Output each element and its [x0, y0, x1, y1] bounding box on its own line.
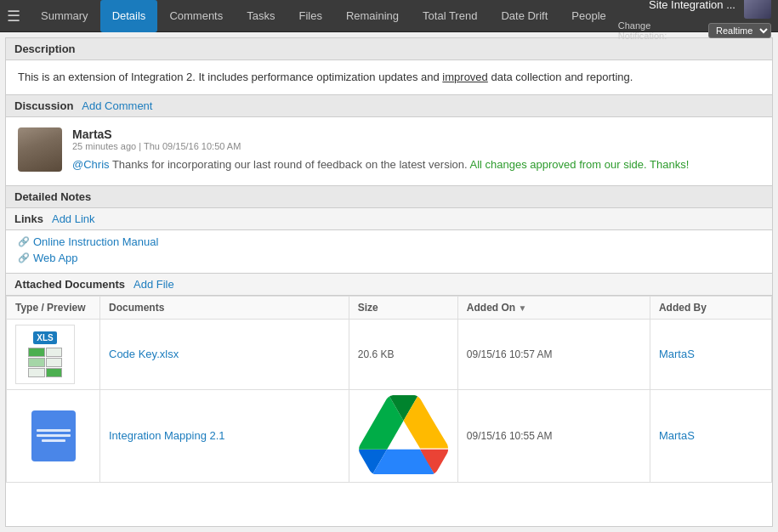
doc-size-1: 20.6 KB [349, 319, 457, 389]
gdoc-icon [31, 410, 76, 461]
attached-label: Attached Documents [14, 278, 125, 291]
approval-text: All changes approved from our side. Than… [470, 158, 690, 171]
top-nav: ☰ SummaryDetailsCommentsTasksFilesRemain… [0, 0, 778, 32]
nav-right: Site Integration ... [649, 0, 771, 19]
nav-tab-tasks[interactable]: Tasks [235, 0, 287, 32]
file-link-2[interactable]: Integration Mapping 2.1 [109, 429, 225, 442]
sort-arrow: ▼ [519, 303, 527, 313]
doc-filename-1[interactable]: Code Key.xlsx [100, 319, 349, 389]
nav-tabs: SummaryDetailsCommentsTasksFilesRemainin… [29, 0, 618, 32]
comment-avatar-face [18, 127, 62, 172]
nav-tab-date-drift[interactable]: Date Drift [489, 0, 559, 32]
hamburger-icon[interactable]: ☰ [7, 7, 20, 25]
attached-documents-header: Attached Documents Add File [6, 273, 772, 296]
gdoc-icon-container [15, 406, 91, 466]
doc-added-by-2[interactable]: MartaS [650, 389, 771, 483]
link-label-2[interactable]: Web App [33, 252, 78, 264]
link-icon-1: 🔗 [18, 236, 30, 247]
type-preview-xls: XLS [7, 319, 100, 389]
xls-badge: XLS [33, 331, 56, 344]
xls-cell [46, 348, 63, 357]
xls-grid [28, 348, 62, 377]
nav-tab-remaining[interactable]: Remaining [334, 0, 411, 32]
user-link-2[interactable]: MartaS [659, 429, 695, 442]
comment-text: @Chris Thanks for incorporating our last… [72, 158, 760, 171]
table-row: XLS Code Key.xlsx [7, 319, 772, 389]
gdrive-icon [358, 395, 449, 475]
file-link-1[interactable]: Code Key.xlsx [109, 348, 179, 360]
col-type: Type / Preview [7, 296, 100, 319]
mention: @Chris [72, 158, 110, 171]
type-preview-gdoc [7, 389, 100, 483]
user-link-1[interactable]: MartaS [659, 348, 695, 360]
comment-container: MartaS 25 minutes ago | Thu 09/15/16 10:… [6, 117, 772, 182]
link-label-1[interactable]: Online Instruction Manual [33, 235, 158, 248]
comment-author: MartaS [72, 127, 760, 141]
documents-table: Type / Preview Documents Size Added On ▼… [6, 296, 772, 484]
size-text-1: 20.6 KB [358, 348, 395, 360]
nav-tab-people[interactable]: People [559, 0, 617, 32]
col-size: Size [349, 296, 457, 319]
comment-meta: 25 minutes ago | Thu 09/15/16 10:50 AM [72, 141, 760, 151]
links-header: Links Add Link [6, 208, 772, 230]
link-icon-2: 🔗 [18, 252, 30, 263]
col-added-by: Added By [650, 296, 771, 319]
col-documents: Documents [100, 296, 349, 319]
add-comment-link[interactable]: Add Comment [82, 99, 152, 112]
links-label: Links [14, 212, 43, 225]
link-item-2[interactable]: 🔗 Web App [18, 252, 760, 264]
nav-tab-details[interactable]: Details [100, 0, 158, 32]
project-title: Site Integration ... [649, 0, 735, 11]
xls-cell [28, 358, 45, 367]
nav-tab-files[interactable]: Files [287, 0, 333, 32]
change-notification-select[interactable]: Realtime Daily Weekly None [708, 23, 771, 38]
date-text-1: 09/15/16 10:57 AM [467, 348, 553, 360]
description-content: This is an extension of Integration 2. I… [6, 60, 772, 94]
table-header-row: Type / Preview Documents Size Added On ▼… [7, 296, 772, 319]
doc-added-on-1: 09/15/16 10:57 AM [457, 319, 650, 389]
link-item-1[interactable]: 🔗 Online Instruction Manual [18, 235, 760, 248]
date-text-2: 09/15/16 10:55 AM [467, 430, 553, 442]
doc-filename-2[interactable]: Integration Mapping 2.1 [100, 389, 349, 483]
xls-cell [46, 358, 63, 367]
main-content: Description This is an extension of Inte… [5, 37, 773, 527]
col-added-on[interactable]: Added On ▼ [457, 296, 650, 319]
xls-icon: XLS [15, 325, 75, 384]
links-list: 🔗 Online Instruction Manual 🔗 Web App [6, 230, 772, 273]
comment-avatar [18, 127, 62, 172]
detailed-notes-header: Detailed Notes [6, 185, 772, 208]
description-header: Description [6, 38, 772, 60]
doc-line [37, 429, 71, 432]
xls-cell [28, 368, 45, 377]
doc-added-on-2: 09/15/16 10:55 AM [457, 389, 650, 483]
table-row: Integration Mapping 2.1 09/15/16 10:55 A… [7, 389, 772, 483]
add-link-link[interactable]: Add Link [52, 212, 95, 225]
nav-right-group: Site Integration ... Change Notification… [618, 0, 771, 41]
nav-tab-total-trend[interactable]: Total Trend [411, 0, 489, 32]
description-text: This is an extension of Integration 2. I… [18, 69, 760, 86]
doc-line [37, 434, 71, 437]
doc-added-by-1[interactable]: MartaS [650, 319, 771, 389]
xls-cell [46, 368, 63, 377]
avatar [744, 0, 771, 19]
discussion-header: Discussion Add Comment [6, 94, 772, 117]
comment-body: MartaS 25 minutes ago | Thu 09/15/16 10:… [72, 127, 760, 172]
xls-cell [28, 348, 45, 357]
doc-size-2 [349, 389, 457, 483]
discussion-label: Discussion [14, 99, 73, 112]
change-notification-label: Change Notification: [618, 20, 701, 41]
nav-tab-comments[interactable]: Comments [157, 0, 235, 32]
nav-tab-summary[interactable]: Summary [29, 0, 100, 32]
doc-line [42, 439, 65, 442]
add-file-link[interactable]: Add File [133, 278, 174, 291]
avatar-image [744, 0, 771, 19]
